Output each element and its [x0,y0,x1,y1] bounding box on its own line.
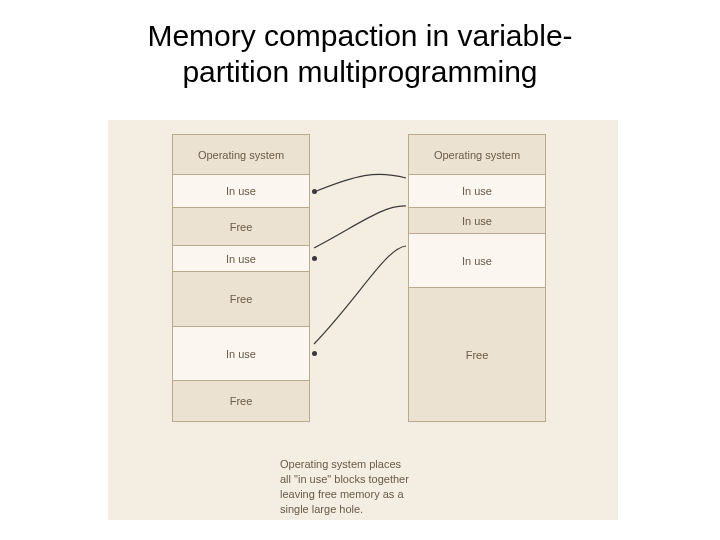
title-line-2: partition multiprogramming [182,55,537,88]
connector-dot [312,256,317,261]
block-label: Operating system [434,149,520,161]
block-label: Free [466,349,489,361]
connector-dot [312,351,317,356]
memory-after-column: Operating system In use In use In use Fr… [408,134,546,422]
block-free: Free [409,288,545,421]
caption-line: Operating system places [280,458,401,470]
block-label: Free [230,221,253,233]
block-free: Free [173,272,309,327]
block-in-use: In use [409,234,545,288]
memory-before-column: Operating system In use Free In use Free… [172,134,310,422]
block-os: Operating system [409,135,545,175]
block-label: In use [226,185,256,197]
block-label: Free [230,395,253,407]
connector-dot [312,189,317,194]
block-in-use: In use [409,175,545,208]
block-label: In use [226,348,256,360]
block-label: In use [462,215,492,227]
diagram-area: Operating system In use Free In use Free… [108,120,618,520]
block-in-use: In use [409,208,545,234]
block-os: Operating system [173,135,309,175]
block-label: In use [462,185,492,197]
block-label: In use [462,255,492,267]
block-in-use: In use [173,327,309,381]
block-free: Free [173,381,309,421]
block-label: In use [226,253,256,265]
block-in-use: In use [173,246,309,272]
block-free: Free [173,208,309,246]
diagram-caption: Operating system places all "in use" blo… [280,457,409,516]
caption-line: all "in use" blocks together [280,473,409,485]
slide-title: Memory compaction in variable- partition… [0,0,720,90]
block-in-use: In use [173,175,309,208]
title-line-1: Memory compaction in variable- [147,19,572,52]
caption-line: single large hole. [280,503,363,515]
block-label: Free [230,293,253,305]
caption-line: leaving free memory as a [280,488,404,500]
block-label: Operating system [198,149,284,161]
